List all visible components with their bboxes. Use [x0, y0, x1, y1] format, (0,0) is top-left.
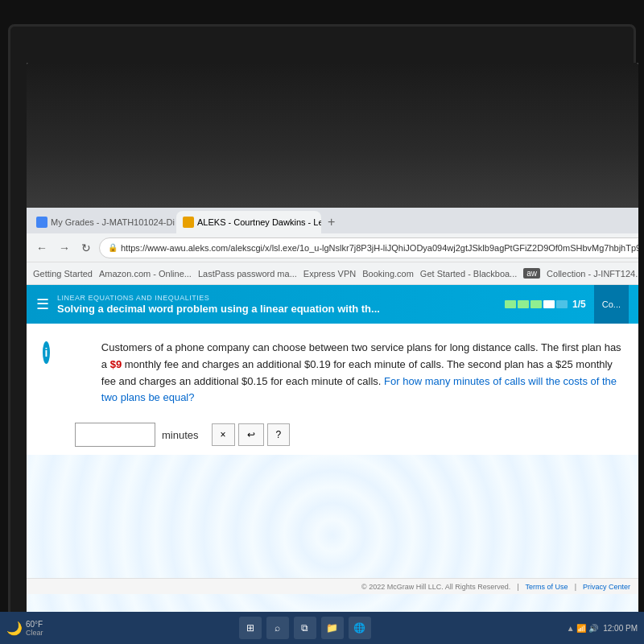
hamburger-button[interactable]: ☰ — [36, 295, 49, 313]
bookmark-booking[interactable]: Booking.com — [362, 269, 414, 279]
copyright-bar: © 2022 McGraw Hill LLC. All Rights Reser… — [27, 578, 638, 594]
bookmark-label-7: Collection - J-INFT124... — [547, 269, 638, 279]
bookmark-label-6: aw — [526, 269, 537, 278]
bookmark-lastpass[interactable]: LastPass password ma... — [198, 269, 297, 279]
bookmark-label-5: Get Started - Blackboa... — [420, 269, 517, 279]
answer-buttons: × ↩ ? — [212, 423, 291, 446]
aleks-banner: ☰ LINEAR EQUATIONS AND INEQUALITIES Solv… — [27, 285, 638, 324]
taskbar-right: ▲ 📶 🔊 12:00 PM — [567, 624, 638, 633]
taskbar-icons: ▲ 📶 🔊 — [567, 624, 598, 633]
screen: My Grades - J-MATH101024-Di × ALEKS - Co… — [27, 63, 638, 626]
forward-button[interactable]: → — [56, 240, 73, 256]
progress-cell-2 — [518, 300, 529, 308]
tab-aleks[interactable]: ALEKS - Courtney Dawkins - Le. × — [176, 211, 321, 233]
aleks-banner-text: LINEAR EQUATIONS AND INEQUALITIES Solvin… — [57, 294, 497, 315]
aleks-content: ☰ LINEAR EQUATIONS AND INEQUALITIES Solv… — [27, 285, 638, 626]
taskbar-app-2[interactable]: 🌐 — [349, 617, 371, 639]
clear-button[interactable]: × — [212, 423, 235, 446]
progress-cell-1 — [505, 300, 516, 308]
bookmark-label-2: LastPass password ma... — [198, 269, 297, 279]
browser-window: My Grades - J-MATH101024-Di × ALEKS - Co… — [27, 208, 638, 626]
tab-favicon-2 — [183, 217, 194, 228]
address-input[interactable]: 🔒 https://www-awu.aleks.com/alekscgi/x/l… — [99, 237, 638, 258]
aleks-subtitle: LINEAR EQUATIONS AND INEQUALITIES — [57, 294, 497, 302]
weather-temp: 60°F — [26, 620, 43, 629]
info-icon-label: i — [44, 346, 47, 359]
price-1: $9 — [110, 358, 122, 370]
bookmark-getting-started[interactable]: Getting Started — [33, 269, 93, 279]
question-text: Customers of a phone company can choose … — [101, 340, 622, 407]
question-highlight: For how many minutes of calls will the c… — [101, 375, 617, 404]
progress-cell-3 — [530, 300, 542, 308]
task-view-button[interactable]: ⧉ — [294, 617, 316, 639]
tab-label-2: ALEKS - Courtney Dawkins - Le. — [197, 217, 321, 227]
progress-cell-5 — [556, 300, 568, 308]
progress-cell-4 — [543, 300, 555, 308]
continue-button[interactable]: Co... — [594, 285, 629, 324]
address-text: https://www-awu.aleks.com/alekscgi/x/lsl… — [121, 243, 638, 253]
tab-label-1: My Grades - J-MATH101024-Di — [51, 217, 175, 227]
tab-favicon-1 — [36, 217, 47, 228]
address-bar-row: ← → ↻ 🔒 https://www-awu.aleks.com/aleksc… — [27, 233, 638, 262]
divider-1: | — [517, 583, 518, 591]
taskbar: 🌙 60°F Clear ⊞ ⌕ ⧉ 📁 🌐 ▲ 📶 🔊 12:00 PM — [0, 612, 644, 644]
bookmark-collection[interactable]: Collection - J-INFT124... — [547, 269, 638, 279]
weather-icon: 🌙 — [6, 621, 23, 636]
progress-area: 1/5 — [505, 299, 586, 310]
question-area: i Customers of a phone company can choos… — [27, 324, 638, 415]
tab-my-grades[interactable]: My Grades - J-MATH101024-Di × — [30, 211, 175, 233]
search-button[interactable]: ⌕ — [266, 617, 289, 639]
start-button[interactable]: ⊞ — [239, 617, 262, 639]
answer-input[interactable] — [75, 423, 155, 447]
bookmarks-bar: Getting Started Amazon.com - Online... L… — [27, 262, 638, 285]
taskbar-left: 🌙 60°F Clear — [6, 620, 43, 637]
taskbar-center: ⊞ ⌕ ⧉ 📁 🌐 — [48, 617, 562, 639]
terms-text[interactable]: Terms of Use — [526, 583, 568, 591]
taskbar-app-1[interactable]: 📁 — [321, 617, 344, 639]
bookmark-label-3: Express VPN — [303, 269, 356, 279]
taskbar-time: 12:00 PM — [603, 624, 638, 633]
progress-label: 1/5 — [572, 299, 586, 310]
answer-row: minutes × ↩ ? — [59, 415, 638, 455]
tab-bar: My Grades - J-MATH101024-Di × ALEKS - Co… — [27, 208, 638, 233]
screen-reflection — [27, 63, 638, 208]
weather-condition: Clear — [26, 629, 43, 637]
question-info-icon: i — [43, 341, 50, 364]
bookmark-label-4: Booking.com — [362, 269, 414, 279]
bookmark-aw[interactable]: aw — [523, 268, 540, 279]
unit-label: minutes — [162, 429, 199, 441]
progress-bar — [505, 300, 568, 308]
undo-button[interactable]: ↩ — [238, 423, 264, 446]
copyright-text: © 2022 McGraw Hill LLC. All Rights Reser… — [361, 583, 510, 591]
bookmark-expressvpn[interactable]: Express VPN — [303, 269, 356, 279]
refresh-button[interactable]: ↻ — [78, 240, 94, 256]
bookmark-label-1: Amazon.com - Online... — [99, 269, 192, 279]
bookmark-amazon[interactable]: Amazon.com - Online... — [99, 269, 192, 279]
back-button[interactable]: ← — [33, 240, 51, 256]
weather-area: 🌙 60°F Clear — [6, 620, 43, 637]
aleks-banner-title: Solving a decimal word problem using a l… — [57, 303, 497, 315]
divider-2: | — [575, 583, 576, 591]
privacy-text[interactable]: Privacy Center — [583, 583, 630, 591]
bookmark-label-0: Getting Started — [33, 269, 93, 279]
monitor-frame: My Grades - J-MATH101024-Di × ALEKS - Co… — [8, 24, 636, 628]
bookmark-blackboard[interactable]: Get Started - Blackboa... — [420, 269, 517, 279]
help-button[interactable]: ? — [267, 423, 291, 446]
add-tab-button[interactable]: + — [323, 215, 340, 229]
